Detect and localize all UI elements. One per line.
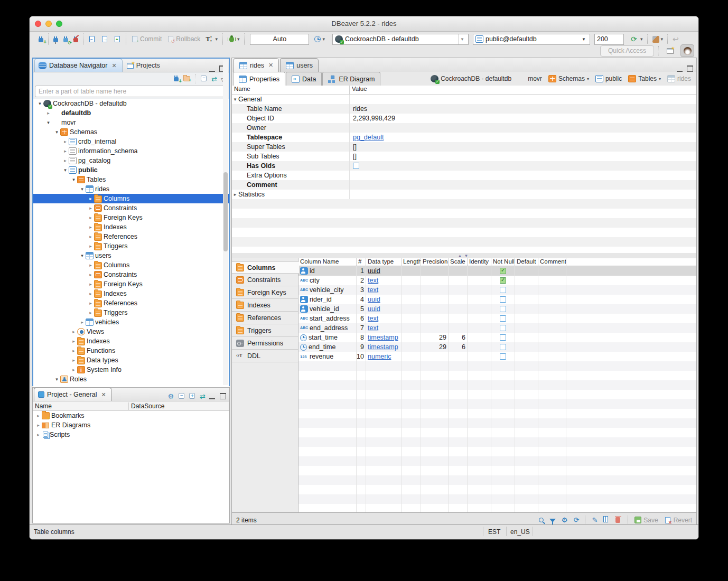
- editor-tab-rides[interactable]: rides✕: [234, 58, 279, 72]
- checkbox-icon[interactable]: [500, 268, 506, 274]
- expander-icon[interactable]: ▾: [79, 186, 86, 192]
- expander-icon[interactable]: ▸: [79, 320, 86, 325]
- collapse-all-button[interactable]: [201, 74, 207, 83]
- dbeaver-perspective-button[interactable]: [680, 44, 694, 57]
- filter-button[interactable]: [549, 517, 556, 524]
- project-item-er-diagrams[interactable]: ▸ER Diagrams: [33, 420, 229, 430]
- connect-button[interactable]: [52, 33, 59, 45]
- expander-icon[interactable]: ▸: [35, 413, 42, 418]
- revert-button[interactable]: Revert: [664, 517, 692, 524]
- save-button[interactable]: Save: [634, 517, 658, 524]
- fetch-size-input[interactable]: 200: [594, 34, 624, 45]
- property-value-cell[interactable]: [350, 95, 696, 104]
- checkbox-icon[interactable]: [500, 334, 506, 341]
- property-row-has-oids[interactable]: Has Oids: [232, 161, 696, 171]
- expander-icon[interactable]: ▸: [87, 310, 94, 315]
- commit-mode-combo[interactable]: Auto: [250, 34, 309, 45]
- delete-button[interactable]: [614, 516, 622, 524]
- detail-tab-indexes[interactable]: Indexes: [232, 298, 298, 312]
- expander-icon[interactable]: ▾: [36, 101, 43, 106]
- property-row-general[interactable]: ▾General: [232, 95, 696, 104]
- property-row-sub-tables[interactable]: Sub Tables[]: [232, 152, 696, 161]
- expander-icon[interactable]: ▸: [70, 358, 77, 363]
- expander-icon[interactable]: ▸: [87, 263, 94, 268]
- tree-item-tables[interactable]: ▾Tables: [33, 175, 229, 184]
- search-button[interactable]: [539, 517, 544, 524]
- expander-icon[interactable]: ▸: [87, 196, 94, 201]
- expander-icon[interactable]: ▸: [62, 148, 69, 154]
- grid-header-length[interactable]: Length: [402, 258, 421, 266]
- transaction-log-button[interactable]: ▾: [313, 33, 326, 45]
- link-with-editor-button[interactable]: ⇄: [200, 391, 204, 401]
- property-row-object-id[interactable]: Object ID2,293,998,429: [232, 114, 696, 123]
- detail-tab-permissions[interactable]: Permissions: [232, 336, 298, 350]
- tab-projects[interactable]: Projects: [123, 59, 166, 72]
- timezone-indicator[interactable]: EST: [488, 528, 500, 536]
- tree-item-data-types[interactable]: ▸Data types: [33, 355, 229, 365]
- column-type-link[interactable]: text: [368, 315, 378, 322]
- property-value-cell[interactable]: [350, 190, 696, 199]
- expander-icon[interactable]: ▾: [70, 177, 77, 182]
- column-type-link[interactable]: timestamp: [368, 334, 398, 341]
- expander-icon[interactable]: ▸: [232, 192, 238, 197]
- grid-header-data-type[interactable]: Data type: [366, 258, 402, 266]
- property-value-cell[interactable]: [350, 123, 696, 133]
- close-tab-icon[interactable]: ✕: [111, 62, 116, 69]
- detail-tab-references[interactable]: References: [232, 311, 298, 324]
- tree-item-triggers[interactable]: ▸Triggers: [33, 308, 229, 317]
- tree-item-pg-catalog[interactable]: ▸pg_catalog: [33, 156, 229, 165]
- property-value-cell[interactable]: [350, 171, 696, 180]
- breadcrumb-item-public[interactable]: public: [595, 75, 622, 82]
- tree-item-cockroachdb-defaultdb[interactable]: ▾CockroachDB - defaultdb: [33, 99, 229, 108]
- tree-item-constraints[interactable]: ▸Constraints: [33, 203, 229, 213]
- grid-header-comment[interactable]: Comment: [538, 258, 566, 266]
- column-row-city[interactable]: city2text: [298, 276, 696, 285]
- minimize-view-icon[interactable]: [209, 393, 215, 399]
- property-row-comment[interactable]: Comment: [232, 180, 696, 190]
- property-row-owner[interactable]: Owner: [232, 123, 696, 133]
- tree-item-triggers[interactable]: ▸Triggers: [33, 241, 229, 251]
- edit-button[interactable]: ✎: [592, 517, 598, 524]
- project-settings-button[interactable]: ⚙: [167, 391, 174, 401]
- collapse-all-button[interactable]: [179, 391, 184, 401]
- expander-icon[interactable]: ▸: [87, 224, 94, 230]
- expander-icon[interactable]: ▾: [53, 129, 60, 135]
- column-row-start-address[interactable]: start_address6text: [298, 314, 696, 323]
- expander-icon[interactable]: ▾: [232, 97, 238, 102]
- tree-item-crdb-internal[interactable]: ▸crdb_internal: [33, 137, 229, 146]
- tree-scrollbar[interactable]: [223, 59, 228, 385]
- tree-item-system-info[interactable]: ▸System Info: [33, 365, 229, 374]
- open-sql-script-button[interactable]: [100, 33, 109, 45]
- expander-icon[interactable]: ▸: [87, 234, 94, 239]
- project-item-scripts[interactable]: ▸Scripts: [33, 430, 229, 439]
- expander-icon[interactable]: ▸: [87, 301, 94, 306]
- schema-combo[interactable]: public@defaultdb ▼: [473, 34, 590, 45]
- link-with-editor-button[interactable]: ⇄: [211, 74, 216, 83]
- expander-icon[interactable]: ▸: [70, 367, 77, 372]
- checkbox-icon[interactable]: [500, 296, 506, 303]
- tree-item-indexes[interactable]: ▸Indexes: [33, 336, 229, 346]
- property-value-cell[interactable]: 2,293,998,429: [350, 114, 696, 123]
- column-type-link[interactable]: numeric: [368, 353, 391, 360]
- checkbox-icon[interactable]: [500, 344, 506, 350]
- breadcrumb-item-cockroachdb-defaultdb[interactable]: CockroachDB - defaultdb: [431, 75, 511, 82]
- property-value-cell[interactable]: [350, 180, 696, 190]
- grid-settings-button[interactable]: ⚙: [562, 517, 568, 524]
- grid-header-[interactable]: #: [357, 258, 366, 266]
- subtab-data[interactable]: Data: [286, 72, 322, 86]
- format-button[interactable]: ▾: [651, 33, 665, 45]
- tree-item-indexes[interactable]: ▸Indexes: [33, 289, 229, 298]
- properties-header-value[interactable]: Value: [350, 86, 696, 94]
- minimize-view-icon[interactable]: [209, 66, 215, 72]
- expander-icon[interactable]: ▸: [87, 215, 94, 220]
- editor-tab-users[interactable]: users: [280, 58, 319, 72]
- expander-icon[interactable]: ▸: [70, 329, 77, 334]
- column-row-rider-id[interactable]: rider_id4uuid: [298, 295, 696, 304]
- tree-item-users[interactable]: ▾users: [33, 251, 229, 260]
- new-connection-button[interactable]: [174, 74, 179, 83]
- properties-header-name[interactable]: Name: [232, 86, 350, 94]
- detail-tab-triggers[interactable]: Triggers: [232, 324, 298, 337]
- tab-database-navigator[interactable]: Database Navigator ✕: [34, 59, 123, 72]
- property-value-cell[interactable]: rides: [350, 104, 696, 114]
- tree-item-information-schema[interactable]: ▸information_schema: [33, 146, 229, 156]
